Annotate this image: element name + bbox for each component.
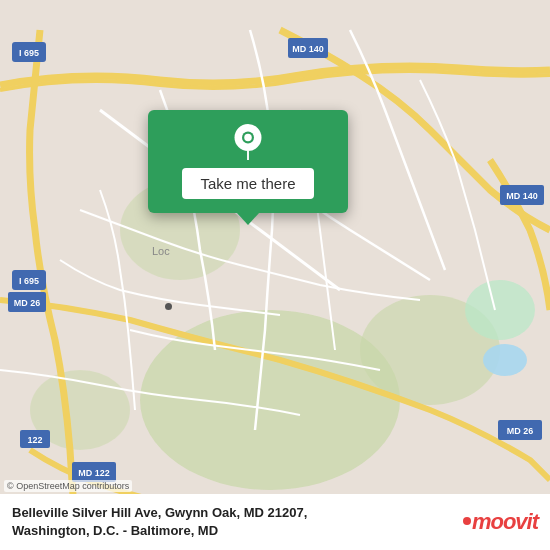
moovit-dot-icon [463, 517, 471, 525]
svg-text:122: 122 [27, 435, 42, 445]
svg-point-26 [244, 134, 252, 142]
address-text: Belleville Silver Hill Ave, Gwynn Oak, M… [12, 504, 453, 540]
svg-point-6 [483, 344, 527, 376]
svg-text:I 695: I 695 [19, 48, 39, 58]
svg-text:MD 26: MD 26 [507, 426, 534, 436]
info-bar: Belleville Silver Hill Ave, Gwynn Oak, M… [0, 494, 550, 550]
moovit-logo-text: moovit [463, 509, 538, 535]
map-pin-icon [230, 124, 266, 160]
svg-text:I 695: I 695 [19, 276, 39, 286]
svg-text:Loc: Loc [152, 245, 170, 257]
svg-text:MD 140: MD 140 [292, 44, 324, 54]
svg-text:MD 26: MD 26 [14, 298, 41, 308]
location-popup: Take me there [148, 110, 348, 213]
svg-point-5 [465, 280, 535, 340]
take-me-there-button[interactable]: Take me there [182, 168, 313, 199]
map-svg: I 695 I 695 MD 140 MD 140 MD 26 MD 26 MD… [0, 0, 550, 550]
moovit-logo: moovit [463, 509, 538, 535]
svg-text:MD 122: MD 122 [78, 468, 110, 478]
osm-attribution: © OpenStreetMap contributors [4, 480, 132, 492]
svg-text:MD 140: MD 140 [506, 191, 538, 201]
location-dot [165, 303, 172, 310]
svg-point-1 [140, 310, 400, 490]
map-container: I 695 I 695 MD 140 MD 140 MD 26 MD 26 MD… [0, 0, 550, 550]
